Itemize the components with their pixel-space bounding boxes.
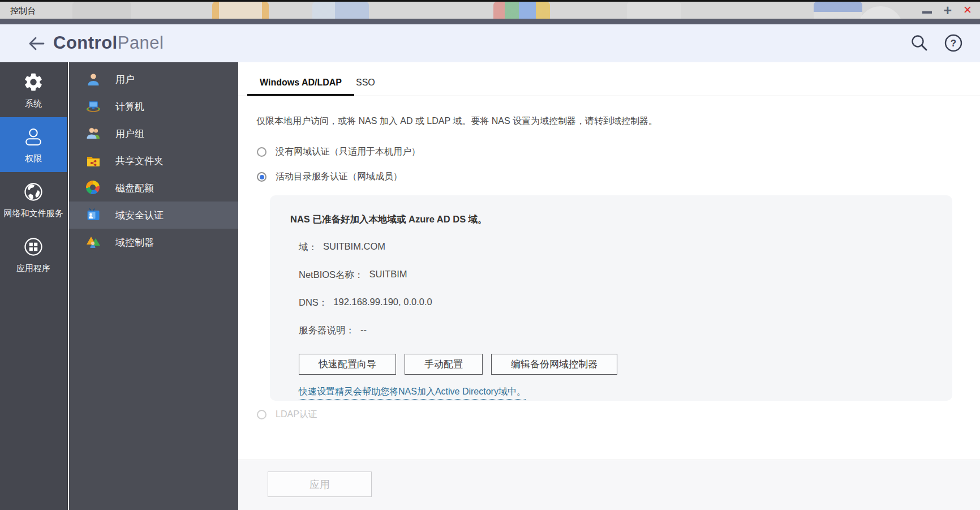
maximize-button[interactable]: + xyxy=(943,5,952,16)
sidebar-item-network-services[interactable]: 网络和文件服务 xyxy=(0,172,67,227)
tab-sso[interactable]: SSO xyxy=(343,71,388,96)
quick-config-wizard-button[interactable]: 快速配置向导 xyxy=(299,354,396,375)
computer-icon xyxy=(86,99,101,114)
faded-pencil-app-icon xyxy=(627,2,681,19)
quick-setup-hint-link[interactable]: 快速设置精灵会帮助您将NAS加入Active Directory域中。 xyxy=(299,386,526,400)
domain-security-icon xyxy=(86,208,101,222)
radio-ldap-auth[interactable]: LDAP认证 xyxy=(257,409,317,421)
radio-active-directory-auth[interactable]: 活动目录服务认证（网域成员） xyxy=(257,171,402,183)
faded-hdmi-app-icon xyxy=(814,2,862,19)
field-dns-value: 192.168.99.190, 0.0.0.0 xyxy=(333,297,432,309)
user-outline-icon xyxy=(23,126,44,148)
ad-status-text: NAS 已准备好加入本地域或 Azure AD DS 域。 xyxy=(290,213,952,226)
sidebar-item-privilege[interactable]: 权限 xyxy=(0,117,67,172)
apply-button[interactable]: 应用 xyxy=(268,472,372,497)
footer-bar: 应用 xyxy=(238,460,980,510)
field-netbios-value: SUITBIM xyxy=(369,269,407,281)
ad-info-panel: NAS 已准备好加入本地域或 Azure AD DS 域。 域： SUITBIM… xyxy=(270,195,952,401)
field-server-description: 服务器说明： -- xyxy=(299,324,952,337)
domain-controller-icon xyxy=(86,235,101,250)
manual-config-button[interactable]: 手动配置 xyxy=(405,354,483,375)
window-frame-strip xyxy=(0,19,980,24)
field-domain-value: SUITBIM.COM xyxy=(323,241,385,254)
radio-checked-icon[interactable] xyxy=(257,172,267,182)
tab-windows-ad-ldap[interactable]: Windows AD/LDAP xyxy=(247,71,354,96)
menu-item-shared-folders[interactable]: 共享文件夹 xyxy=(69,147,238,174)
faded-grid-app-icon xyxy=(493,2,550,19)
field-server-description-value: -- xyxy=(360,324,367,337)
field-domain: 域： SUITBIM.COM xyxy=(299,241,952,254)
globe-icon xyxy=(23,181,44,203)
main-content: Windows AD/LDAP SSO 仅限本地用户访问，或将 NAS 加入 A… xyxy=(238,62,980,510)
menu-item-domain-security[interactable]: 域安全认证 xyxy=(69,202,238,229)
faded-folder-app-icon xyxy=(212,2,269,19)
user-group-icon xyxy=(86,126,101,141)
sidebar-item-system[interactable]: 系统 xyxy=(0,62,67,117)
help-icon[interactable]: ? xyxy=(944,33,963,53)
category-sidebar: 系统 权限 网络和文件服务 应用程序 xyxy=(0,62,68,510)
menu-item-user-groups[interactable]: 用户组 xyxy=(69,120,238,147)
faded-clock-app-icon xyxy=(858,6,903,19)
edit-backup-dc-button[interactable]: 编辑备份网域控制器 xyxy=(491,354,617,375)
menu-item-domain-controller[interactable]: 域控制器 xyxy=(69,229,238,256)
gear-icon xyxy=(23,71,44,93)
menu-sidebar: 用户 计算机 用户组 xyxy=(69,62,238,510)
svg-text:?: ? xyxy=(951,38,956,49)
field-dns: DNS： 192.168.99.190, 0.0.0.0 xyxy=(299,297,952,309)
desktop-titlebar: 控制台 + ✕ xyxy=(0,0,980,19)
radio-disabled-icon xyxy=(257,410,267,419)
close-button[interactable]: ✕ xyxy=(963,5,972,16)
radio-icon[interactable] xyxy=(257,147,267,157)
radio-no-domain-auth[interactable]: 没有网域认证（只适用于本机用户） xyxy=(257,146,420,158)
menu-item-users[interactable]: 用户 xyxy=(69,66,238,93)
field-netbios: NetBIOS名称： SUITBIM xyxy=(299,269,952,281)
shared-folder-icon xyxy=(86,153,101,168)
page-title: ControlPanel xyxy=(53,33,164,53)
quota-donut-icon xyxy=(86,181,101,195)
tab-bar: Windows AD/LDAP SSO xyxy=(238,71,980,96)
faded-storage-app-icon xyxy=(312,2,369,19)
user-icon xyxy=(86,72,101,87)
search-icon[interactable] xyxy=(910,33,929,53)
menu-item-quota[interactable]: 磁盘配额 xyxy=(69,174,238,202)
window-title: 控制台 xyxy=(10,6,36,16)
minimize-button[interactable] xyxy=(922,11,932,14)
apps-circle-icon xyxy=(23,236,44,258)
app-header: ControlPanel ? xyxy=(0,24,980,62)
page-description: 仅限本地用户访问，或将 NAS 加入 AD 或 LDAP 域。要将 NAS 设置… xyxy=(256,115,657,127)
menu-item-computers[interactable]: 计算机 xyxy=(69,93,238,120)
back-arrow-icon[interactable] xyxy=(27,35,45,53)
sidebar-item-applications[interactable]: 应用程序 xyxy=(0,227,67,282)
faded-gear-app-icon xyxy=(72,2,131,19)
